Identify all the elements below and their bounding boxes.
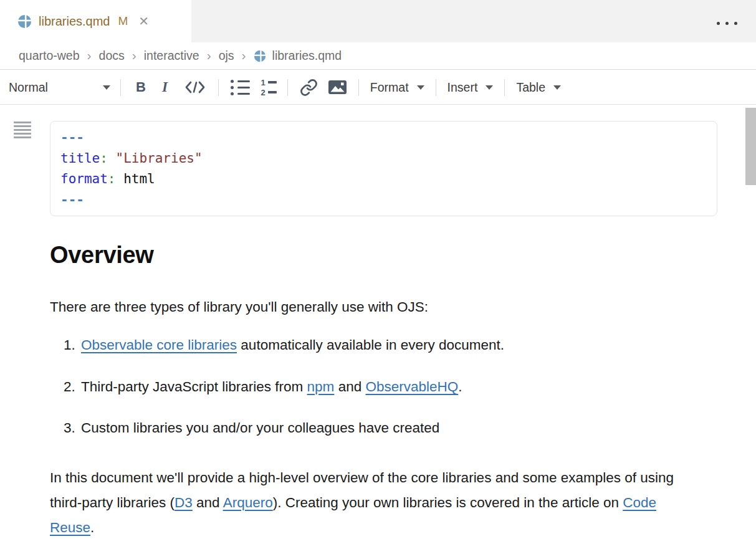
- handle-bar: [14, 125, 31, 127]
- insert-menu-label: Insert: [447, 80, 478, 95]
- image-button[interactable]: [328, 80, 347, 94]
- paragraph-text: .: [90, 520, 94, 535]
- insert-menu[interactable]: Insert: [447, 80, 494, 95]
- handle-bar: [14, 133, 31, 135]
- numbered-list-button[interactable]: 1 2: [260, 79, 277, 97]
- toolbar-divider: [358, 79, 359, 96]
- bulleted-list-icon: [231, 86, 250, 89]
- toolbar-divider: [120, 79, 121, 96]
- italic-button[interactable]: I: [162, 79, 168, 95]
- list-number: 2.: [64, 378, 75, 396]
- tab-bar: libraries.qmd M ✕: [0, 0, 756, 42]
- table-menu-label: Table: [516, 80, 545, 95]
- list-item-text: .: [458, 379, 462, 394]
- tab-libraries-qmd[interactable]: libraries.qmd M ✕: [0, 0, 191, 42]
- list-item-2: 2. Third-party JavaScript libraries from…: [50, 378, 679, 396]
- block-style-dropdown[interactable]: Normal: [9, 80, 110, 95]
- handle-bar: [14, 122, 31, 123]
- breadcrumb-item-interactive[interactable]: interactive: [144, 49, 199, 63]
- yaml-format-line: format: html: [60, 169, 707, 189]
- table-menu[interactable]: Table: [516, 80, 561, 95]
- editor-canvas[interactable]: --- title: "Libraries" format: html --- …: [0, 105, 756, 554]
- toolbar-divider: [436, 79, 436, 96]
- list-item-text: Third-party JavaScript libraries from: [81, 379, 307, 394]
- tab-title: libraries.qmd: [39, 14, 110, 29]
- vertical-scrollbar-thumb[interactable]: [745, 108, 756, 185]
- link-observablehq[interactable]: ObservableHQ: [365, 379, 458, 394]
- list-item-3: 3. Custom libraries you and/or your coll…: [50, 419, 679, 437]
- modified-badge: M: [118, 14, 128, 28]
- breadcrumb-separator-icon: ›: [87, 49, 92, 64]
- ellipsis-dot: [734, 22, 737, 25]
- numbered-list-icon: 1: [260, 79, 277, 87]
- breadcrumb: quarto-web › docs › interactive › ojs › …: [0, 42, 756, 70]
- format-menu[interactable]: Format: [370, 80, 424, 95]
- breadcrumb-item-docs[interactable]: docs: [99, 49, 125, 63]
- numbered-list-icon: 2: [260, 88, 277, 97]
- list-item-text: automatically available in every documen…: [237, 337, 504, 353]
- breadcrumb-item-ojs[interactable]: ojs: [219, 49, 234, 63]
- outline-drag-handle-icon[interactable]: [14, 122, 31, 138]
- chevron-down-icon: [553, 85, 561, 90]
- bulleted-list-icon: [231, 92, 250, 95]
- quarto-visual-editor-window: libraries.qmd M ✕ quarto-web › docs › in…: [0, 0, 756, 554]
- paragraph-text: ). Creating your own libraries is covere…: [273, 495, 623, 510]
- chevron-down-icon: [417, 85, 424, 90]
- closing-paragraph: In this document we'll provide a high-le…: [50, 466, 681, 540]
- section-heading-overview: Overview: [50, 242, 154, 269]
- bold-button[interactable]: B: [136, 79, 146, 95]
- code-button[interactable]: [185, 81, 205, 93]
- link-npm[interactable]: npm: [307, 379, 335, 394]
- quarto-logo-icon: [17, 14, 32, 29]
- handle-bar: [14, 136, 31, 138]
- link-d3[interactable]: D3: [175, 495, 193, 510]
- breadcrumb-file-label: libraries.qmd: [272, 49, 342, 63]
- breadcrumb-item-quarto-web[interactable]: quarto-web: [19, 49, 80, 63]
- formatting-toolbar: Normal B I 1 2: [0, 70, 756, 105]
- image-icon: [328, 80, 347, 94]
- link-icon: [300, 79, 318, 97]
- breadcrumb-separator-icon: ›: [207, 49, 211, 64]
- yaml-delimiter: ---: [60, 190, 707, 211]
- bulleted-list-button[interactable]: [231, 80, 250, 95]
- toolbar-divider: [218, 79, 219, 96]
- toolbar-divider: [504, 79, 505, 96]
- list-item-text: and: [334, 379, 365, 394]
- breadcrumb-item-file[interactable]: libraries.qmd: [254, 49, 342, 63]
- quarto-logo-icon: [254, 50, 266, 62]
- link-observable-core-libraries[interactable]: Observable core libraries: [81, 337, 237, 353]
- list-item-text: Custom libraries you and/or your colleag…: [81, 420, 439, 436]
- list-number: 1.: [64, 337, 75, 354]
- chevron-down-icon: [103, 85, 110, 90]
- yaml-title-line: title: "Libraries": [60, 148, 707, 169]
- breadcrumb-separator-icon: ›: [132, 49, 136, 64]
- ellipsis-dot: [717, 22, 720, 25]
- handle-bar: [14, 129, 31, 131]
- block-style-value: Normal: [9, 80, 48, 95]
- link-button[interactable]: [300, 79, 318, 97]
- more-actions-icon[interactable]: [714, 19, 740, 27]
- toolbar-divider: [287, 79, 288, 96]
- ellipsis-dot: [725, 22, 729, 25]
- paragraph-text: and: [193, 495, 223, 510]
- bulleted-list-icon: [231, 80, 250, 83]
- yaml-delimiter: ---: [60, 128, 707, 148]
- chevron-down-icon: [486, 85, 493, 90]
- code-icon: [185, 81, 205, 93]
- list-item-1: 1. Observable core libraries automatical…: [50, 337, 679, 354]
- close-tab-icon[interactable]: ✕: [138, 15, 149, 27]
- intro-paragraph: There are three types of library you'll …: [50, 298, 679, 317]
- yaml-front-matter-block[interactable]: --- title: "Libraries" format: html ---: [50, 121, 717, 216]
- breadcrumb-separator-icon: ›: [242, 49, 246, 64]
- list-number: 3.: [64, 419, 75, 437]
- format-menu-label: Format: [370, 80, 409, 95]
- link-arquero[interactable]: Arquero: [223, 495, 273, 510]
